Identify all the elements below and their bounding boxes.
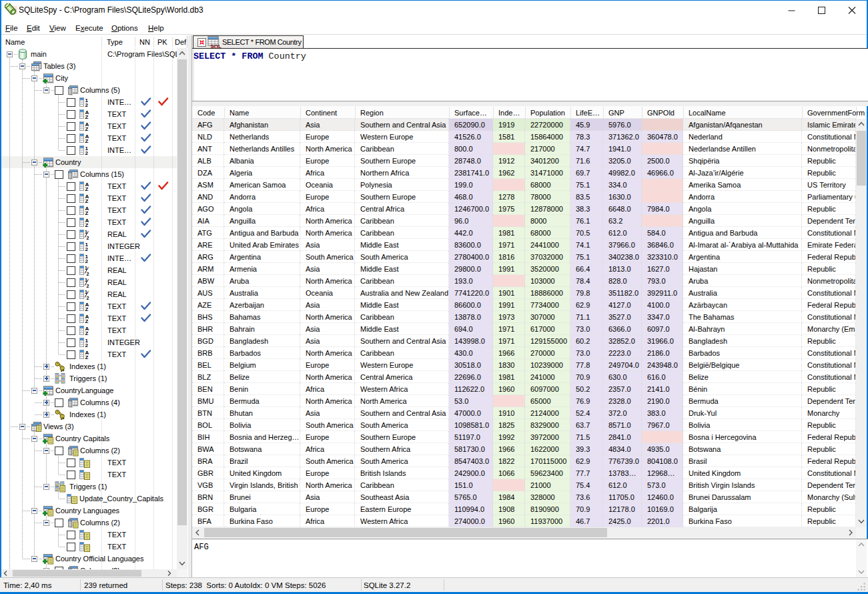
svg-text:2: 2 bbox=[87, 272, 89, 276]
svg-text:Z: Z bbox=[85, 210, 89, 216]
svg-text:2: 2 bbox=[87, 284, 89, 288]
svg-text:2: 2 bbox=[87, 296, 89, 300]
svg-text:2: 2 bbox=[85, 246, 89, 252]
svg-text:Z: Z bbox=[85, 318, 89, 324]
svg-text:2: 2 bbox=[85, 150, 89, 156]
svg-text:SQL: SQL bbox=[211, 43, 222, 49]
svg-text:Z: Z bbox=[85, 330, 89, 336]
svg-text:Z: Z bbox=[85, 114, 89, 120]
svg-text:2: 2 bbox=[87, 236, 89, 240]
svg-text:2: 2 bbox=[85, 102, 89, 108]
svg-text:Z: Z bbox=[85, 306, 89, 312]
svg-text:Z: Z bbox=[85, 354, 89, 360]
svg-text:Z: Z bbox=[85, 198, 89, 204]
svg-text:Z: Z bbox=[85, 126, 89, 132]
svg-text:Z: Z bbox=[85, 186, 89, 192]
svg-text:2: 2 bbox=[85, 258, 89, 264]
svg-text:2: 2 bbox=[85, 342, 89, 348]
svg-text:Z: Z bbox=[85, 222, 89, 228]
svg-text:Z: Z bbox=[85, 138, 89, 144]
